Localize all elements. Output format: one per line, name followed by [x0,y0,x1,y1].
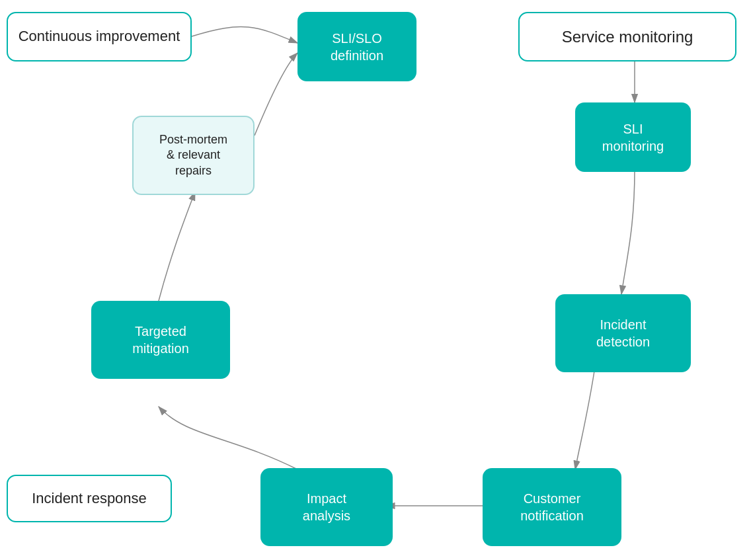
incident-detection-box: Incidentdetection [555,294,691,372]
sli-monitoring-box: SLImonitoring [575,102,691,172]
continuous-improvement-box: Continuous improvement [7,12,192,61]
service-monitoring-box: Service monitoring [518,12,736,61]
post-mortem-box: Post-mortem& relevantrepairs [132,116,255,195]
impact-analysis-box: Impactanalysis [260,468,393,546]
incident-response-box: Incident response [7,475,172,522]
targeted-mitigation-box: Targetedmitigation [91,301,230,379]
sli-slo-definition-box: SLI/SLOdefinition [297,12,416,81]
diagram-container: Continuous improvement Service monitorin… [0,0,751,560]
customer-notification-box: Customernotification [483,468,621,546]
